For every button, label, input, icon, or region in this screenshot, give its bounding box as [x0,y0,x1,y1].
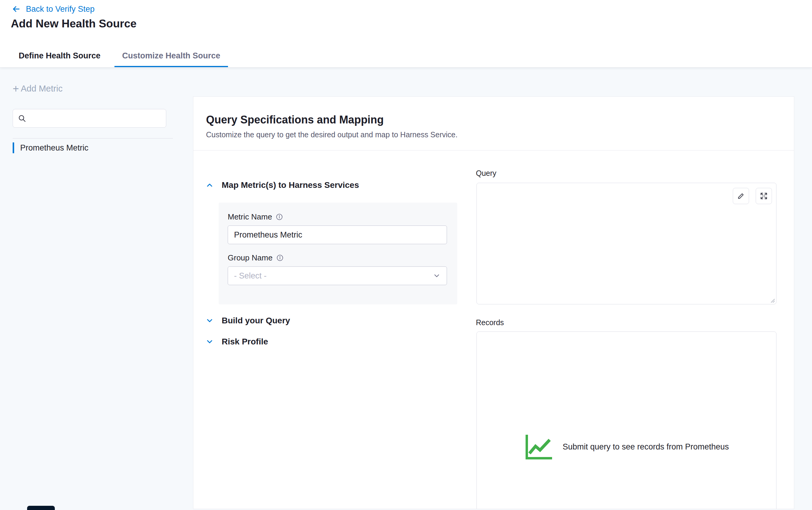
resize-handle[interactable] [769,297,775,303]
card-divider [193,150,794,151]
add-metric-label: Add Metric [21,84,63,94]
chevron-down-icon [205,317,214,325]
records-panel: Submit query to see records from Prometh… [476,331,777,509]
plus-icon: + [13,84,19,93]
metric-search[interactable] [13,109,166,128]
section-label: Build your Query [222,316,290,325]
group-name-label-row: Group Name [228,253,284,263]
add-health-source-page: Back to Verify Step Add New Health Sourc… [0,0,812,510]
query-textarea[interactable] [476,183,777,304]
metric-name-label-row: Metric Name [228,212,283,221]
pencil-icon [737,192,745,200]
records-empty-text: Submit query to see records from Prometh… [562,442,729,452]
group-name-select[interactable]: - Select - [228,266,447,285]
add-metric-button[interactable]: + Add Metric [13,84,63,94]
page-title: Add New Health Source [11,18,137,30]
tab-define-health-source[interactable]: Define Health Source [11,44,109,67]
chart-line-icon [524,433,554,461]
section-label: Risk Profile [222,337,268,347]
card-subheading: Customize the query to get the desired o… [206,130,458,139]
selected-indicator [13,142,14,153]
sidebar-item-prometheus-metric[interactable]: Prometheus Metric [13,141,89,155]
section-risk-profile[interactable]: Risk Profile [205,335,268,348]
chevron-down-icon [433,272,441,280]
metric-name-label: Metric Name [228,212,272,221]
sidebar-divider [13,138,173,139]
back-arrow-icon [11,4,21,14]
map-metric-form-panel: Metric Name Group Name - Select - [219,203,457,304]
edit-query-button[interactable] [733,188,749,204]
group-name-label: Group Name [228,253,272,263]
page-header: Back to Verify Step Add New Health Sourc… [0,0,812,67]
tab-customize-health-source[interactable]: Customize Health Source [114,44,228,67]
expand-icon [760,192,768,200]
search-icon [18,114,26,123]
records-empty-state: Submit query to see records from Prometh… [477,433,776,461]
info-icon[interactable] [276,254,284,262]
info-icon[interactable] [276,213,283,221]
submit-button[interactable] [27,506,55,510]
section-build-your-query[interactable]: Build your Query [205,314,290,327]
section-map-metrics[interactable]: Map Metric(s) to Harness Services [205,179,359,192]
expand-query-button[interactable] [756,188,772,204]
query-label: Query [476,169,496,178]
tab-bar: Define Health Source Customize Health So… [11,44,234,67]
search-input[interactable] [30,114,161,123]
back-link-label: Back to Verify Step [26,4,94,14]
chevron-down-icon [205,337,214,346]
metric-name-input[interactable] [228,226,447,244]
metric-item-label: Prometheus Metric [20,143,89,153]
query-specifications-card: Query Specifications and Mapping Customi… [193,96,794,509]
select-placeholder: - Select - [234,271,266,280]
chevron-up-icon [205,181,214,189]
records-label: Records [476,318,504,327]
back-to-verify-link[interactable]: Back to Verify Step [11,4,94,14]
section-label: Map Metric(s) to Harness Services [222,180,359,190]
card-heading: Query Specifications and Mapping [206,114,384,126]
